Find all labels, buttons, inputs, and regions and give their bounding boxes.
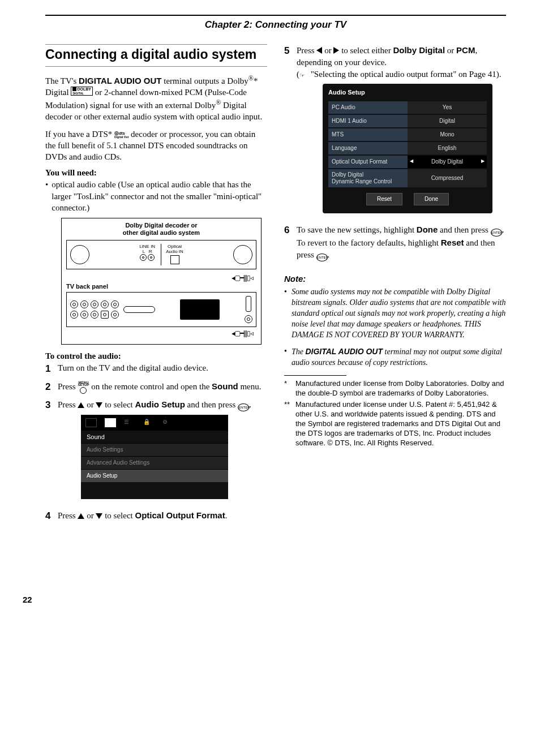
speaker-icon <box>233 245 252 264</box>
slot-icon <box>123 306 155 313</box>
footnote-2: **Manufactured under license under U.S. … <box>284 400 506 448</box>
right-arrow-icon <box>333 47 339 54</box>
tv-back-label: TV back panel <box>66 283 256 290</box>
connection-diagram: Dolby Digital decoder or other digital a… <box>61 218 262 345</box>
osd2-title: Audio Setup <box>328 88 487 97</box>
note-heading: Note: <box>284 274 506 284</box>
enter-button-icon: ENTER <box>238 403 249 411</box>
enter-button-icon: ENTER <box>491 229 502 237</box>
optical-in-label: Optical Audio IN <box>166 244 183 254</box>
step-6: To save the new settings, highlight Done… <box>297 224 506 261</box>
to-control-heading: To control the audio: <box>45 351 267 361</box>
cable-icon: ◂▢━|||▯◃ <box>66 329 253 337</box>
step-2: Press MENUSETUP on the remote control an… <box>58 380 262 394</box>
enter-button-icon: ENTER <box>316 254 328 261</box>
need-item: optical audio cable (Use an optical audi… <box>52 179 267 213</box>
dts-logo-icon: ◎dtsDigital Out <box>114 131 128 139</box>
chapter-header: Chapter 2: Connecting your TV <box>45 15 506 31</box>
linein-label: LINE IN <box>139 244 155 249</box>
osd-row: Audio Settings <box>81 443 228 456</box>
footnote-separator <box>284 375 346 376</box>
osd-done-button: Done <box>414 193 449 205</box>
you-will-need-heading: You will need: <box>45 168 267 178</box>
page-number: 22 <box>23 595 506 604</box>
sound-menu-osd: ☰ 🔒 ⚙ Sound Audio Settings Advanced Audi… <box>81 415 228 499</box>
dolby-logo-icon: DOLBYDIGITAL <box>71 87 93 96</box>
osd-row: Advanced Audio Settings <box>81 456 228 469</box>
osd-reset-button: Reset <box>366 193 402 205</box>
osd-title: Sound <box>81 431 228 443</box>
step-1: Turn on the TV and the digital audio dev… <box>58 362 208 376</box>
rca-jack-icon <box>140 254 147 261</box>
osd-row-selected: Audio Setup <box>81 469 228 482</box>
down-arrow-icon <box>96 513 102 519</box>
step-3: Press or to select Audio Setup and then … <box>58 398 251 504</box>
tab-icon <box>85 418 97 427</box>
down-arrow-icon <box>96 402 102 408</box>
tab-icon-selected <box>105 418 116 427</box>
note-1: Some audio systems may not be compatible… <box>292 287 506 340</box>
up-arrow-icon <box>78 402 84 408</box>
note-list: Some audio systems may not be compatible… <box>284 287 506 368</box>
menu-button-icon: MENUSETUP <box>78 381 89 394</box>
cable-icon: ◂▢━|||▯◃ <box>66 274 253 282</box>
right-column: Press or to select either Dolby Digital … <box>284 44 506 527</box>
rca-jack-icon <box>148 254 155 261</box>
left-column: Connecting a digital audio system The TV… <box>45 44 267 527</box>
note-2: The DIGITAL AUDIO OUT terminal may not o… <box>292 346 506 368</box>
step-5: Press or to select either Dolby Digital … <box>297 44 506 219</box>
intro-para-2: If you have a DTS* ◎dtsDigital Out decod… <box>45 128 267 163</box>
section-heading: Connecting a digital audio system <box>45 44 267 67</box>
jack-icon <box>245 315 252 323</box>
left-arrow-icon <box>316 47 322 54</box>
needs-list: optical audio cable (Use an optical audi… <box>45 179 267 213</box>
up-arrow-icon <box>78 513 84 519</box>
reference-hand-icon: ☞ <box>299 71 308 80</box>
usb-port-icon <box>246 296 251 312</box>
speaker-icon <box>70 245 89 264</box>
step-4: Press or to select Optical Output Format… <box>58 509 227 523</box>
hdmi-block-icon <box>180 299 220 320</box>
audio-setup-osd: Audio Setup PC AudioYes HDMI 1 AudioDigi… <box>323 84 492 213</box>
optical-port-icon <box>170 255 179 264</box>
intro-para-1: The TV's DIGITAL AUDIO OUT terminal outp… <box>45 74 267 123</box>
diagram-top-label: Dolby Digital decoder or other digital a… <box>66 222 256 237</box>
footnote-1: *Manufactured under license from Dolby L… <box>284 379 506 398</box>
